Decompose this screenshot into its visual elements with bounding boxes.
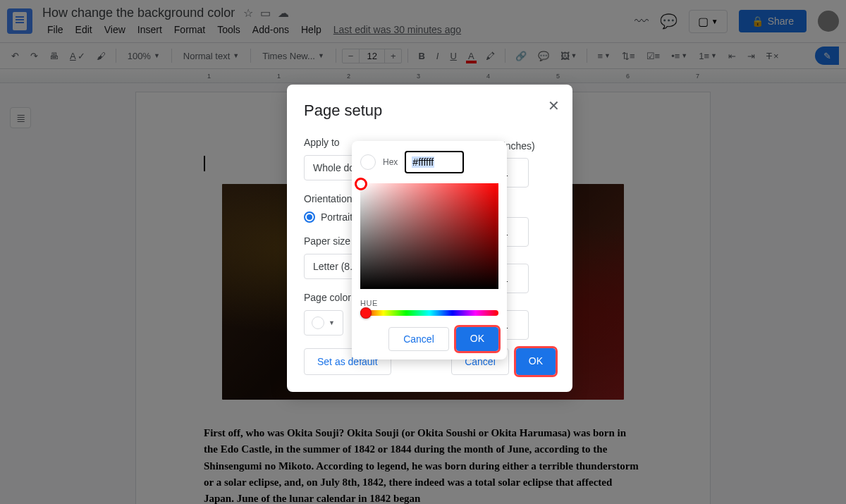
color-preview-swatch	[360, 154, 376, 170]
hex-input[interactable]: #ffffff	[405, 151, 464, 173]
hue-slider[interactable]	[360, 310, 498, 316]
popover-ok-button[interactable]: OK	[456, 327, 498, 351]
saturation-value-picker[interactable]	[360, 183, 498, 289]
hue-label: HUE	[360, 299, 498, 307]
close-icon[interactable]: ✕	[548, 97, 560, 114]
sv-handle[interactable]	[355, 178, 367, 190]
hex-label: Hex	[383, 157, 398, 167]
hue-handle[interactable]	[360, 307, 372, 319]
chevron-down-icon: ▼	[329, 319, 335, 326]
dialog-ok-button[interactable]: OK	[516, 348, 556, 375]
page-color-select[interactable]: ▼	[304, 310, 343, 336]
dialog-title: Page setup	[304, 102, 556, 120]
popover-cancel-button[interactable]: Cancel	[388, 327, 449, 351]
color-picker-popover: Hex #ffffff HUE Cancel OK	[352, 141, 507, 359]
